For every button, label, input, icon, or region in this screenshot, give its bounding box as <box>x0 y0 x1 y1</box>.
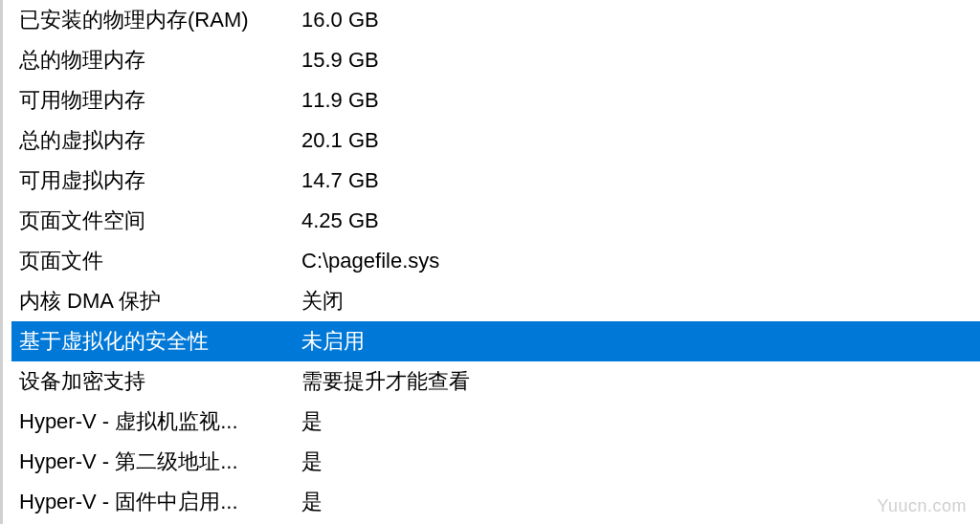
watermark: Yuucn.com <box>877 496 967 516</box>
info-value: 15.9 GB <box>301 48 980 73</box>
info-value: 是 <box>301 407 980 436</box>
info-value: 20.1 GB <box>301 128 980 153</box>
info-value: 4.25 GB <box>301 208 980 233</box>
info-label: 基于虚拟化的安全性 <box>19 327 301 356</box>
info-row-available-virtual-memory[interactable]: 可用虚拟内存 14.7 GB <box>15 161 980 201</box>
info-value: 是 <box>301 448 980 476</box>
info-value: 关闭 <box>301 287 980 316</box>
info-value: 14.7 GB <box>301 168 980 193</box>
info-value: C:\pagefile.sys <box>301 249 980 273</box>
info-label: Hyper-V - 第二级地址... <box>19 448 301 476</box>
info-row-hyperv-second-level-address[interactable]: Hyper-V - 第二级地址... 是 <box>15 442 980 482</box>
info-row-page-file[interactable]: 页面文件 C:\pagefile.sys <box>15 241 980 281</box>
info-value: 需要提升才能查看 <box>301 367 980 396</box>
info-row-virtualization-based-security[interactable]: 基于虚拟化的安全性 未启用 <box>11 321 980 361</box>
info-row-total-virtual-memory[interactable]: 总的虚拟内存 20.1 GB <box>15 120 980 161</box>
info-value: 11.9 GB <box>301 88 980 113</box>
info-label: Hyper-V - 固件中启用... <box>19 488 301 516</box>
system-info-panel: 已安装的物理内存(RAM) 16.0 GB 总的物理内存 15.9 GB 可用物… <box>0 0 980 524</box>
info-label: 总的虚拟内存 <box>19 126 301 155</box>
info-label: 页面文件 <box>19 247 301 275</box>
info-row-installed-ram[interactable]: 已安装的物理内存(RAM) 16.0 GB <box>15 0 980 40</box>
info-row-kernel-dma-protection[interactable]: 内核 DMA 保护 关闭 <box>15 281 980 321</box>
info-label: 总的物理内存 <box>19 46 301 75</box>
info-label: 已安装的物理内存(RAM) <box>19 6 301 34</box>
info-row-available-physical-memory[interactable]: 可用物理内存 11.9 GB <box>15 80 980 120</box>
info-label: 页面文件空间 <box>19 207 301 235</box>
info-label: 可用物理内存 <box>19 86 301 115</box>
info-label: 内核 DMA 保护 <box>19 287 301 316</box>
info-row-hyperv-vm-monitor[interactable]: Hyper-V - 虚拟机监视... 是 <box>15 402 980 442</box>
info-value: 未启用 <box>301 327 980 356</box>
info-row-hyperv-firmware-enabled[interactable]: Hyper-V - 固件中启用... 是 <box>15 482 980 522</box>
info-value: 16.0 GB <box>301 8 980 33</box>
info-row-total-physical-memory[interactable]: 总的物理内存 15.9 GB <box>15 40 980 80</box>
info-row-page-file-space[interactable]: 页面文件空间 4.25 GB <box>15 201 980 241</box>
info-label: 设备加密支持 <box>19 367 301 396</box>
info-label: Hyper-V - 虚拟机监视... <box>19 407 301 436</box>
info-label: 可用虚拟内存 <box>19 166 301 195</box>
info-row-device-encryption-support[interactable]: 设备加密支持 需要提升才能查看 <box>15 361 980 402</box>
